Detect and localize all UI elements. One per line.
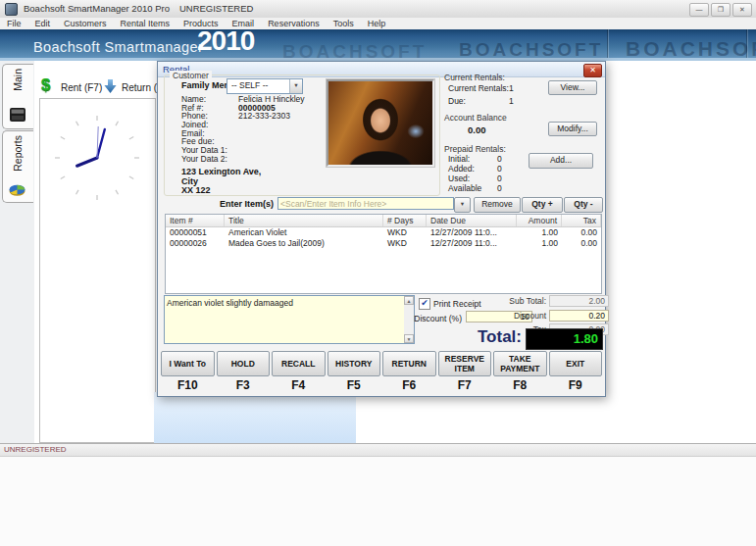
prepaid-row: Used:0 (448, 174, 566, 183)
status-bar: UNREGISTERED (0, 443, 756, 457)
pie-chart-icon (8, 183, 26, 199)
action-history: HISTORYF5 (328, 351, 381, 392)
item-scan-input[interactable] (277, 197, 454, 210)
button-i-want-to[interactable]: I Want To (161, 351, 215, 376)
menu-file[interactable]: File (0, 18, 28, 29)
dialog-close-icon[interactable]: ✕ (583, 64, 602, 77)
row-label: Added: (448, 164, 497, 174)
sidebar-tab-main[interactable]: Main (2, 64, 33, 129)
total-value: 1.80 (574, 329, 598, 349)
column-header-amount[interactable]: Amount (517, 215, 562, 226)
scroll-up-icon[interactable]: ▲ (404, 296, 414, 305)
table-body: 00000051American VioletWKD12/27/2009 11:… (166, 227, 601, 249)
chevron-down-icon[interactable]: ▼ (289, 79, 302, 93)
menu-email[interactable]: Email (226, 18, 262, 29)
family-member-select[interactable]: -- SELF -- ▼ (227, 78, 303, 94)
fkey-label-f3: F3 (217, 378, 271, 392)
action-exit: EXITF9 (549, 351, 603, 392)
action-take-payment: TAKE PAYMENTF8 (493, 351, 547, 392)
menu-help[interactable]: Help (361, 18, 393, 29)
rent-button[interactable]: Rent (F7) (61, 82, 102, 93)
remove-button[interactable]: Remove (474, 197, 521, 213)
menu-edit[interactable]: Edit (28, 18, 58, 29)
fkey-label-f7: F7 (438, 378, 492, 392)
column-header-item[interactable]: Item # (166, 215, 225, 226)
restore-icon[interactable]: ❐ (711, 3, 731, 17)
fkey-label-f5: F5 (328, 378, 381, 392)
status-text: UNREGISTERED (4, 444, 67, 455)
menu-tools[interactable]: Tools (327, 18, 361, 29)
button-reserve-item[interactable]: RESERVE ITEM (438, 351, 492, 376)
table-row[interactable]: 00000026Madea Goes to Jail(2009)WKD12/27… (166, 238, 601, 249)
menu-customers[interactable]: Customers (57, 18, 114, 29)
qty-minus-button[interactable]: Qty - (564, 197, 603, 213)
row-label: Current Rentals: (448, 82, 509, 95)
customer-field-row: Your Data 2: (181, 155, 328, 164)
action-recall: RECALLF4 (272, 351, 326, 392)
prepaid-row: Available0 (448, 183, 566, 193)
screen: Boachsoft SmartManager 2010 ProUNREGISTE… (0, 0, 756, 546)
total-display: 1.80 (526, 328, 603, 350)
button-exit[interactable]: EXIT (549, 351, 603, 376)
items-table: Item #Title# DaysDate DueAmountTax 00000… (165, 214, 602, 294)
cell-item: 00000051 (166, 227, 225, 238)
item-dropdown-icon[interactable]: ▼ (454, 197, 471, 213)
column-header-tax[interactable]: Tax (562, 215, 601, 226)
row-value: 0 (497, 164, 502, 174)
menu-reservations[interactable]: Reservations (261, 18, 327, 29)
notes-textarea[interactable]: American violet slightly damaaged (164, 295, 415, 344)
add-button[interactable]: Add... (529, 153, 593, 169)
discount-value[interactable]: 0.20 (549, 310, 609, 322)
cell-amount: 1.00 (517, 227, 562, 238)
button-recall[interactable]: RECALL (272, 351, 326, 376)
tab-label: Main (12, 69, 24, 91)
button-return[interactable]: RETURN (382, 351, 436, 376)
account-balance-label: Account Balance (444, 113, 507, 123)
cell-days: WKD (383, 227, 427, 238)
cell-item: 00000026 (166, 238, 225, 249)
table-row[interactable]: 00000051American VioletWKD12/27/2009 11:… (166, 227, 601, 238)
column-header-title[interactable]: Title (225, 215, 383, 226)
view-button[interactable]: View... (548, 80, 597, 95)
column-header-days[interactable]: # Days (383, 215, 427, 226)
button-take-payment[interactable]: TAKE PAYMENT (493, 351, 547, 376)
total-label: Total: (424, 327, 522, 347)
field-label-your-data-2: Your Data 2: (181, 155, 238, 164)
print-receipt-checkbox[interactable]: ✔ (419, 298, 430, 310)
window-title: Boachsoft SmartManager 2010 ProUNREGISTE… (24, 0, 253, 18)
minimize-icon[interactable]: — (689, 3, 709, 17)
address-line: XX 122 (181, 186, 261, 196)
account-balance-value: 0.00 (468, 124, 486, 135)
row-value: 1 (509, 82, 514, 95)
action-hold: HOLDF3 (217, 351, 271, 392)
table-header: Item #Title# DaysDate DueAmountTax (166, 215, 601, 227)
customer-group-label: Customer (170, 71, 212, 80)
background-panel (154, 392, 356, 443)
column-header-date-due[interactable]: Date Due (427, 215, 517, 226)
window-titlebar[interactable]: Boachsoft SmartManager 2010 ProUNREGISTE… (0, 0, 756, 19)
current-rentals-row: Due:1 (448, 95, 576, 108)
brand-year: 2010 (197, 29, 254, 57)
cell-days: WKD (383, 238, 427, 249)
scroll-down-icon[interactable]: ▼ (404, 334, 414, 343)
rental-dialog: Rental ✕ Customer Family Member: -- SELF… (157, 61, 606, 397)
action-button-row: I Want ToF10HOLDF3RECALLF4HISTORYF5RETUR… (161, 351, 602, 392)
prepaid-rentals-label: Prepaid Rentals: (444, 144, 506, 154)
cell-date-due: 12/27/2009 11:0... (427, 227, 517, 238)
discount-pct-label: Discount (%) (383, 314, 462, 323)
field-value-phone: 212-333-2303 (238, 112, 290, 121)
current-rentals-label: Current Rentals: (444, 73, 505, 82)
button-hold[interactable]: HOLD (217, 351, 271, 376)
app-icon (5, 3, 18, 16)
qty-plus-button[interactable]: Qty + (522, 197, 563, 213)
cell-title: Madea Goes to Jail(2009) (225, 238, 383, 249)
row-value: 0 (497, 174, 502, 183)
print-receipt-label: Print Receipt (433, 299, 481, 309)
sidebar-tab-reports[interactable]: Reports (2, 130, 33, 203)
button-history[interactable]: HISTORY (328, 351, 381, 376)
modify-button[interactable]: Modify... (548, 122, 597, 136)
menu-products[interactable]: Products (176, 18, 226, 29)
close-icon[interactable]: ✕ (732, 3, 752, 17)
menu-rental-items[interactable]: Rental Items (114, 18, 177, 29)
tab-label: Reports (12, 135, 24, 172)
